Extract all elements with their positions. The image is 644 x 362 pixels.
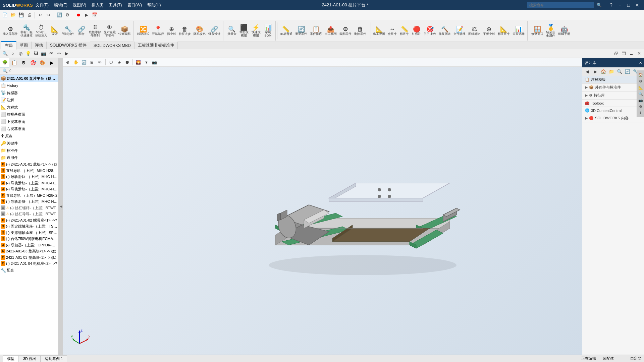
rnav-settings[interactable]: ⚙	[638, 104, 644, 110]
mate-btn[interactable]: 🔗配合	[75, 21, 88, 41]
tree-item-history[interactable]: 📋 History	[0, 82, 58, 89]
record-btn[interactable]: ⏺	[75, 11, 82, 19]
save-btn[interactable]: 💾	[17, 11, 25, 19]
tree-item-general-parts[interactable]: 📁 通用件	[0, 154, 58, 162]
print-btn[interactable]: 🖨	[25, 11, 33, 19]
tree-item-slide-block3[interactable]: ⚙ (-) 导轨滑块-（上层）MHC-H28	[0, 186, 58, 192]
tree-item-2421-a01-01[interactable]: ⚙ (-) 2421-A01-01 载板<1> -> (默	[0, 161, 58, 168]
view-orient-btn[interactable]: 🔍	[1, 50, 9, 57]
dl-item-sw-content[interactable]: ▶ 🔴 SOLIDWORKS 内容	[582, 114, 644, 122]
assembly-feature-btn[interactable]: 📦快速装配	[117, 21, 132, 41]
dl-forward-btn[interactable]: ▶	[592, 68, 599, 75]
filter-btn[interactable]: 🔍	[1, 67, 9, 75]
stdim-btn[interactable]: 📐标注尺寸	[496, 21, 511, 41]
ft-config[interactable]: ⚙	[19, 58, 28, 67]
tab-sketch[interactable]: 草图	[16, 42, 32, 49]
tree-item-support-bearing[interactable]: ⚙ (-) 支撑端轴承座-（上层）SPBF-	[0, 230, 58, 236]
centerline-btn[interactable]: ⊕插中线	[165, 21, 177, 41]
tree-item-slide-block4[interactable]: ⚙ (-) 导轨滑块-（上层）MHC-H28	[0, 198, 58, 205]
view-hide-btn[interactable]: 👁	[48, 50, 55, 57]
tree-item-spacer1[interactable]: ⚙ 2421-A01-03 垫高块<1> -> (默	[0, 248, 58, 254]
tree-item-right-plane[interactable]: ⬜ 右视基准面	[0, 125, 58, 133]
linear-pattern-btn[interactable]: ⠿线性零部件阵列	[88, 21, 102, 41]
assemble-parts-btn[interactable]: ⚙装配零件	[338, 21, 353, 41]
ft-display[interactable]: 🎨	[38, 58, 47, 67]
menu-insert[interactable]: 插入(I)	[89, 2, 106, 8]
tree-item-standard-parts[interactable]: 📁 标准件	[0, 147, 58, 154]
tree-item-fixed-bearing[interactable]: ⚙ (-) 固定端轴承座-（上层）TSP8-	[0, 223, 58, 230]
gold-btn[interactable]: 🥇钻金合金属件	[545, 21, 557, 41]
tree-item-screw2[interactable]: ⚙ ⚠ (-) 丝杠导导-（上层）BTWE	[0, 211, 58, 217]
section-view-btn[interactable]: ⬛带图改视图	[238, 21, 250, 41]
dl-item-toolbox[interactable]: 🧰 Toolbox	[582, 100, 644, 107]
show-hide-btn[interactable]: 👁显示隐藏零部件	[102, 21, 117, 41]
vt-fit-btn[interactable]: ⊞	[88, 59, 96, 66]
help-btn[interactable]: ?	[607, 1, 615, 9]
tab-layout[interactable]: 布局	[1, 41, 16, 50]
repair-btn[interactable]: 🔨修复回道	[437, 21, 452, 41]
tree-root[interactable]: 📦 2421-A01-00 盘片平台（默认<默认_	[0, 75, 58, 82]
rebuild-btn[interactable]: 🔄	[56, 11, 63, 19]
design-btn[interactable]: 📐设计	[49, 21, 61, 41]
collapse-panel-btn[interactable]: ◀	[59, 58, 63, 355]
tree-item-mate[interactable]: 🔧 配合	[0, 267, 58, 274]
standard-dim-btn[interactable]: 📏标尺寸	[398, 21, 411, 41]
open-route-btn[interactable]: 📍开路路径	[151, 21, 165, 41]
dl-search-btn[interactable]: 🔍	[616, 68, 623, 75]
tree-item-spacer2[interactable]: ⚙ 2421-A01-03 垫高块<2> -> (默	[0, 254, 58, 261]
replace-part-btn[interactable]: 🔄重复零件	[294, 21, 309, 41]
insert-component-btn[interactable]: ⚙插入零部件	[1, 21, 19, 41]
vt-display1-btn[interactable]: ⬡	[107, 59, 115, 66]
centerline2-btn[interactable]: ⊕平板中线	[482, 21, 496, 41]
vt-lights-btn[interactable]: ☀	[143, 59, 150, 66]
chain-design-btn[interactable]: 🔗链条设计	[207, 21, 222, 41]
vt-scene-btn[interactable]: 🌄	[135, 59, 142, 66]
tree-item-coupling[interactable]: ⚙ (-) 联轴器-（上层）CPPDK-D39-	[0, 242, 58, 248]
dl-home-btn[interactable]: 🏠	[600, 68, 607, 75]
delete-comp-btn[interactable]: 🗑删除零件	[353, 21, 368, 41]
rnav-home[interactable]: 🏠	[638, 72, 644, 78]
view-scene-btn[interactable]: 🖼	[32, 50, 40, 57]
dl-back-btn[interactable]: ◀	[584, 68, 591, 75]
tab-evaluate[interactable]: 评估	[32, 42, 47, 49]
menu-help[interactable]: 帮助(H)	[145, 2, 164, 8]
view-more-btn[interactable]: ▶	[63, 50, 70, 57]
tolerance-btn[interactable]: 📊公差选择	[511, 21, 526, 41]
zoom-btn[interactable]: 🔍批量大	[226, 21, 238, 41]
vt-display3-btn[interactable]: ⬢	[123, 59, 131, 66]
move-component-btn[interactable]: 🔀移动格式	[136, 21, 151, 41]
menu-edit[interactable]: 编辑(E)	[51, 2, 70, 8]
tree-item-top-plane[interactable]: ⬜ 上视基准面	[0, 118, 58, 125]
view-light-btn[interactable]: 💡	[24, 50, 32, 57]
tab-motion[interactable]: 运动算例 1	[41, 355, 67, 362]
open-btn[interactable]: 📂	[9, 11, 17, 19]
vt-pan-btn[interactable]: ✋	[72, 59, 79, 66]
maximize-btn[interactable]: □	[625, 1, 633, 9]
tree-item-linear-guide2[interactable]: ⚙ 直线导轨-（上层）MHC-H28<2	[0, 192, 58, 199]
tree-item-slide-block1[interactable]: ⚙ (-) 导轨滑块-（上层）MHC-H28	[0, 174, 58, 180]
ft-model[interactable]: 🌳	[0, 58, 9, 67]
undo-btn[interactable]: ↩	[37, 11, 44, 19]
menu-view[interactable]: 视图(V)	[70, 2, 89, 8]
vt-display2-btn[interactable]: ◈	[115, 59, 123, 66]
output-btn[interactable]: 📤出工视图	[323, 21, 338, 41]
options-btn[interactable]: ⚙	[64, 11, 71, 19]
tree-item-linear-guide1[interactable]: ⚙ 直线导轨-（上层）MHC-H28<1-	[0, 168, 58, 174]
panel-close-btn[interactable]: ✕	[635, 50, 643, 57]
vt-rotate-btn[interactable]: 🔄	[80, 59, 88, 66]
tab-3d-view[interactable]: 3D 视图	[19, 355, 41, 362]
close-btn[interactable]: ✕	[633, 1, 641, 9]
te-guide-btn[interactable]: 📏TE标普通	[278, 21, 294, 41]
menu-window[interactable]: 窗口(W)	[125, 2, 145, 8]
rnav-camera[interactable]: 📷	[638, 97, 644, 103]
vt-view-btn[interactable]: 👁	[96, 59, 104, 66]
tab-sw-plugins[interactable]: SOLIDWORKS 插件	[47, 42, 90, 49]
dl-item-3dcc[interactable]: 🌐 3D ContentCentral	[582, 107, 644, 114]
feature-eliminate-btn[interactable]: 🗑特征去参	[177, 21, 192, 41]
tree-item-key-parts[interactable]: 🔑 关键件	[0, 140, 58, 147]
dl-section-annotations[interactable]: 📋 注释模板	[582, 76, 644, 83]
panel-minimize-btn[interactable]: 🗗	[612, 50, 620, 57]
rnav-parts[interactable]: ⚙	[638, 78, 644, 84]
minimize-btn[interactable]: －	[616, 1, 624, 9]
timer-btn[interactable]: ⏱5小时工标快速入	[34, 21, 49, 41]
